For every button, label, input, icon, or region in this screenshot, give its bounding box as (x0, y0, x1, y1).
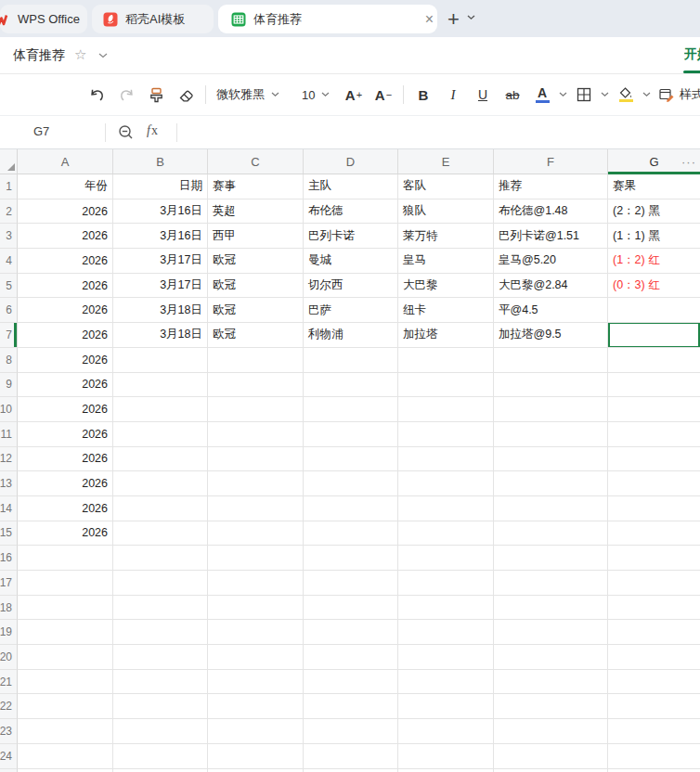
cell-D3[interactable]: 巴列卡诺 (304, 224, 398, 249)
cell-A16[interactable] (18, 546, 113, 571)
cell-E21[interactable] (398, 670, 494, 695)
cell-A18[interactable] (18, 596, 113, 621)
cell-E22[interactable] (398, 694, 494, 719)
row-header-17[interactable]: 17 (0, 571, 18, 596)
eraser-button[interactable] (171, 81, 201, 109)
cell-F25[interactable] (494, 769, 608, 772)
cell-A13[interactable]: 2026 (18, 471, 113, 496)
undo-button[interactable] (82, 81, 111, 109)
borders-button[interactable] (569, 81, 599, 109)
cell-A6[interactable]: 2026 (18, 298, 113, 323)
row-header-25[interactable]: 25 (0, 769, 18, 772)
row-header-24[interactable]: 24 (0, 744, 18, 769)
column-header-A[interactable]: A (18, 149, 113, 174)
cell-C18[interactable] (208, 596, 304, 621)
cell-F22[interactable] (494, 694, 608, 719)
cell-B22[interactable] (113, 694, 208, 719)
insert-function-icon[interactable]: fx (147, 123, 158, 138)
cell-F6[interactable]: 平@4.5 (494, 298, 608, 323)
decrease-font-size-button[interactable]: A− (369, 81, 398, 109)
cell-E2[interactable]: 狼队 (398, 199, 494, 225)
cell-C14[interactable] (208, 496, 304, 521)
cell-B16[interactable] (113, 546, 208, 571)
cell-D10[interactable] (304, 397, 398, 422)
strikethrough-button[interactable]: ab (498, 81, 527, 109)
cell-B11[interactable] (113, 422, 208, 447)
cell-A15[interactable]: 2026 (18, 521, 113, 547)
cell-C12[interactable] (208, 447, 304, 472)
cell-E24[interactable] (398, 744, 494, 769)
cell-G18[interactable] (608, 596, 700, 621)
borders-chevron-icon[interactable] (601, 92, 609, 97)
cell-G5[interactable]: (0：3) 红 (608, 274, 700, 299)
cell-D12[interactable] (304, 447, 398, 472)
row-header-22[interactable]: 22 (0, 694, 18, 719)
row-header-3[interactable]: 3 (0, 224, 18, 249)
cell-G15[interactable] (608, 521, 700, 547)
row-header-14[interactable]: 14 (0, 496, 18, 521)
cell-G23[interactable] (608, 719, 700, 744)
cell-E9[interactable] (398, 373, 494, 398)
cell-B25[interactable] (113, 769, 208, 772)
cell-G2[interactable]: (2：2) 黑 (608, 199, 700, 225)
cell-C7[interactable]: 欧冠 (208, 323, 304, 348)
cell-F20[interactable] (494, 645, 608, 670)
cell-F15[interactable] (494, 521, 608, 547)
cell-E5[interactable]: 大巴黎 (398, 274, 494, 299)
cell-A5[interactable]: 2026 (18, 274, 113, 299)
row-header-11[interactable]: 11 (0, 422, 18, 447)
column-header-D[interactable]: D (304, 149, 398, 174)
cell-C2[interactable]: 英超 (208, 199, 304, 225)
cell-E13[interactable] (398, 471, 494, 496)
cell-E20[interactable] (398, 645, 494, 670)
cell-C3[interactable]: 西甲 (208, 224, 304, 249)
cell-C10[interactable] (208, 397, 304, 422)
row-header-12[interactable]: 12 (0, 447, 18, 472)
row-header-1[interactable]: 1 (0, 174, 18, 199)
cell-B5[interactable]: 3月17日 (113, 274, 208, 299)
cell-F13[interactable] (494, 471, 608, 496)
cell-D5[interactable]: 切尔西 (304, 274, 398, 299)
cell-A3[interactable]: 2026 (18, 224, 113, 249)
cell-A2[interactable]: 2026 (18, 199, 113, 225)
fill-color-button[interactable] (611, 81, 641, 109)
cell-E10[interactable] (398, 397, 494, 422)
cell-B13[interactable] (113, 471, 208, 496)
cell-F23[interactable] (494, 719, 608, 744)
cell-A4[interactable]: 2026 (18, 249, 113, 274)
cell-D11[interactable] (304, 422, 398, 447)
cell-A11[interactable]: 2026 (18, 422, 113, 447)
cell-A8[interactable]: 2026 (18, 348, 113, 373)
cell-C4[interactable]: 欧冠 (208, 249, 304, 274)
cell-E25[interactable] (398, 769, 494, 772)
cell-D1[interactable]: 主队 (304, 174, 398, 199)
cell-G16[interactable] (608, 546, 700, 571)
fill-color-chevron-icon[interactable] (642, 92, 651, 97)
tab-wps-office[interactable]: WPS Office (0, 5, 87, 33)
row-header-7[interactable]: 7 (0, 323, 18, 348)
cell-F1[interactable]: 推荐 (494, 174, 608, 199)
cell-C16[interactable] (208, 546, 304, 571)
cell-C23[interactable] (208, 719, 304, 744)
cell-G14[interactable] (608, 496, 700, 521)
cell-E18[interactable] (398, 596, 494, 621)
cell-D9[interactable] (304, 373, 398, 398)
cell-B7[interactable]: 3月18日 (113, 323, 208, 348)
cell-E3[interactable]: 莱万特 (398, 224, 494, 249)
new-tab-chevron-down-icon[interactable] (467, 15, 475, 20)
cell-D16[interactable] (304, 546, 398, 571)
cell-G8[interactable] (608, 348, 700, 373)
column-header-C[interactable]: C (208, 149, 304, 174)
row-header-13[interactable]: 13 (0, 471, 18, 496)
italic-button[interactable]: I (438, 81, 468, 109)
row-header-23[interactable]: 23 (0, 719, 18, 744)
cell-B20[interactable] (113, 645, 208, 670)
cell-B23[interactable] (113, 719, 208, 744)
cell-F19[interactable] (494, 620, 608, 645)
cell-F12[interactable] (494, 447, 608, 472)
cell-B8[interactable] (113, 348, 208, 373)
cell-G1[interactable]: 赛果 (608, 174, 700, 199)
cell-A25[interactable] (18, 769, 113, 772)
cell-B6[interactable]: 3月18日 (113, 298, 208, 323)
cell-F2[interactable]: 布伦德@1.48 (494, 199, 608, 225)
